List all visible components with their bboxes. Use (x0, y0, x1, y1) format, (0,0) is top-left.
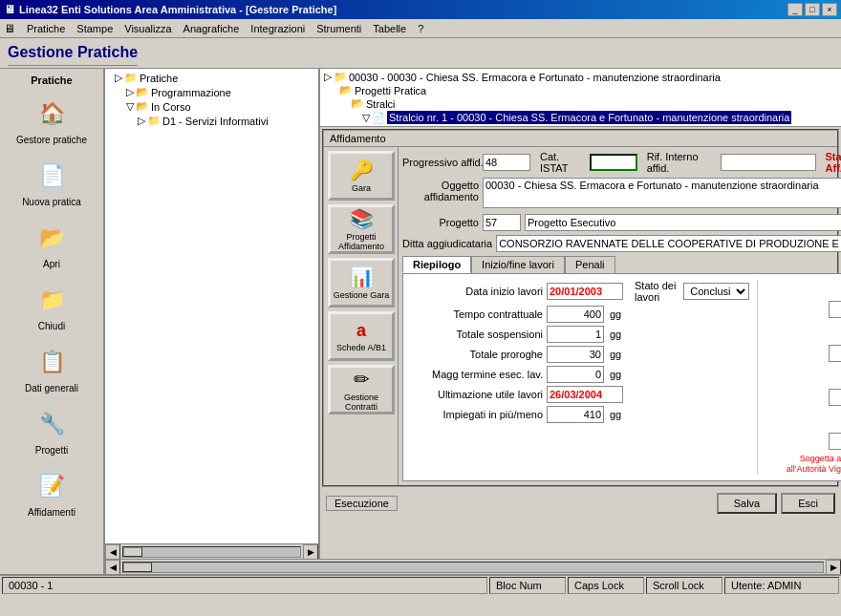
salva-button[interactable]: Salva (717, 493, 778, 514)
impiegati-input[interactable] (547, 406, 604, 423)
importo-sog-input[interactable] (829, 433, 841, 450)
menu-item-stampe[interactable]: Stampe (71, 21, 119, 36)
affidamenti-label: Affidamenti (28, 507, 75, 518)
sidebar-item-gestore-pratiche[interactable]: 🏠 Gestore pratiche (9, 90, 95, 150)
gestione-contratti-button[interactable]: ✏ GestioneContratti (328, 365, 395, 414)
sidebar-item-affidamenti[interactable]: 📝 Affidamenti (9, 462, 95, 522)
gara-label: Gara (352, 183, 371, 193)
folder-icon: 📁 (334, 71, 347, 83)
importo-tot-input[interactable] (829, 301, 841, 318)
main-scroll-right[interactable]: ▶ (826, 560, 841, 574)
scroll-right-btn[interactable]: ▶ (303, 544, 318, 560)
ditta-input[interactable] (496, 235, 841, 252)
main-scroll-left[interactable]: ◀ (105, 560, 120, 574)
tree-folder-icon: 📁 (124, 72, 138, 84)
proroghe-input[interactable] (547, 346, 604, 363)
sidebar-title: Pratiche (29, 73, 74, 88)
tree-node-label: In Corso (151, 101, 191, 113)
nuova-pratica-label: Nuova pratica (22, 197, 81, 207)
ultimazione-input[interactable] (547, 386, 623, 403)
tree-expand-icon: ▽ (126, 100, 134, 113)
tempo-input[interactable] (547, 306, 604, 323)
menu-item-integrazioni[interactable]: Integrazioni (245, 21, 311, 36)
tree-expand-icon: ▷ (126, 86, 134, 98)
tree-node-in-corso[interactable]: ▽ 📂 In Corso (107, 99, 316, 114)
menu-item-visualizza[interactable]: Visualizza (119, 21, 177, 36)
tree-node-label: Pratiche (140, 73, 178, 84)
gg-label-3: gg (608, 349, 621, 360)
lavori-ec-input[interactable] (829, 345, 841, 362)
sidebar-item-nuova-pratica[interactable]: 📄 Nuova pratica (9, 152, 95, 212)
progetto-desc-input[interactable] (525, 214, 841, 231)
main-scrollbar-h[interactable]: ◀ ▶ (105, 559, 841, 574)
gara-button[interactable]: 🔑 Gara (328, 151, 395, 201)
tree-folder-icon: 📂 (136, 86, 149, 98)
menu-item-?[interactable]: ? (412, 21, 429, 36)
close-button[interactable]: × (822, 3, 837, 16)
menu-item-pratiche[interactable]: Pratiche (21, 21, 71, 36)
sospensioni-input[interactable] (547, 326, 604, 343)
status-field1: 00030 - 1 (2, 577, 487, 594)
gestione-gara-button[interactable]: 📊 Gestione Gara (328, 258, 395, 308)
sidebar-item-chiudi[interactable]: 📁 Chiudi (9, 276, 95, 336)
progressivo-label: Progressivo affid. (402, 157, 479, 168)
progetto-input[interactable] (483, 214, 521, 231)
path4-icon: 📄 (372, 112, 385, 124)
path2-icon: 📂 (339, 84, 353, 96)
gestione-gara-icon: 📊 (350, 266, 374, 288)
scroll-thumb (123, 547, 142, 557)
esci-button[interactable]: Esci (781, 493, 835, 514)
sidebar-item-apri[interactable]: 📂 Apri (9, 214, 95, 274)
left-sidebar: Pratiche 🏠 Gestore pratiche 📄 Nuova prat… (0, 69, 105, 574)
tree-node-d1[interactable]: ▷ 📁 D1 - Servizi Informativi (107, 114, 316, 128)
totale-sosp-label: Totale sospensioni (409, 329, 543, 340)
dati-generali-label: Dati generali (25, 383, 78, 393)
tree-folder-icon: 📂 (136, 100, 149, 113)
maximize-button[interactable]: □ (805, 3, 820, 16)
tree-node-programmazione[interactable]: ▷ 📂 Programmazione (107, 85, 316, 99)
progetti-affidamento-button[interactable]: 📚 ProgettiAffidamento (328, 204, 395, 254)
tree-node-pratiche[interactable]: ▷ 📁 Pratiche (107, 71, 316, 85)
oggetto-label: Oggettoaffidamento (402, 178, 479, 202)
sidebar-item-progetti[interactable]: 🔧 Progetti (9, 400, 95, 460)
rif-interno-input[interactable] (721, 154, 816, 171)
progetti-label: Progetti (35, 445, 68, 456)
stralcio-path1: 00030 - 00030 - Chiesa SS. Ermacora e Fo… (349, 72, 721, 83)
app-icon: 🖥 (4, 3, 15, 16)
tree-node-label: D1 - Servizi Informativi (162, 116, 269, 127)
stato-lavori-label: Stato dei lavori (635, 280, 679, 303)
tab-penali[interactable]: Penali (565, 256, 615, 273)
tree-scrollbar-h[interactable]: ◀ ▶ (105, 543, 318, 559)
path3-icon: 📂 (351, 97, 364, 110)
tab-riepilogo[interactable]: Riepilogo (402, 256, 471, 273)
path-expand-icon: ▷ (324, 71, 332, 83)
menu-item-strumenti[interactable]: Strumenti (311, 21, 367, 36)
gestore-pratiche-label: Gestore pratiche (16, 135, 87, 145)
sidebar-item-dati-generali[interactable]: 📋 Dati generali (9, 338, 95, 398)
tab-inizio-fine[interactable]: Inizio/fine lavori (471, 256, 565, 273)
tree-expand-icon: ▷ (115, 72, 122, 84)
gg-label-2: gg (608, 329, 621, 340)
chiudi-label: Chiudi (38, 321, 65, 331)
affidamenti-icon: 📝 (32, 467, 71, 505)
scroll-left-btn[interactable]: ◀ (105, 544, 120, 560)
contratti-icon: ✏ (354, 368, 370, 391)
cat-istat-label: Cat. ISTAT (540, 151, 586, 174)
schede-icon: a (356, 321, 366, 341)
minimize-button[interactable]: _ (787, 3, 803, 16)
menu-item-tabelle[interactable]: Tabelle (367, 21, 412, 36)
oggetto-textarea[interactable]: 00030 - Chiesa SS. Ermacora e Fortunato … (483, 178, 841, 208)
progressivo-input[interactable] (483, 154, 530, 171)
schede-ab1-button[interactable]: a Schede A/B1 (328, 311, 395, 361)
tree-node-label: Programmazione (151, 87, 231, 98)
menu-item-anagrafiche[interactable]: Anagrafiche (178, 21, 246, 36)
data-inizio-input[interactable] (547, 283, 623, 300)
progetti-aff-label: ProgettiAffidamento (338, 232, 384, 251)
stato-aff-label: Stato Aff. (826, 151, 841, 174)
dati-generali-icon: 📋 (32, 343, 71, 381)
stato-lavori-select[interactable]: Conclusi In corso Sospesi (683, 283, 749, 300)
magg-input[interactable] (547, 366, 604, 383)
oneri-input[interactable] (829, 389, 841, 406)
cat-istat-input[interactable] (590, 154, 637, 171)
gestore-pratiche-icon: 🏠 (32, 95, 71, 133)
